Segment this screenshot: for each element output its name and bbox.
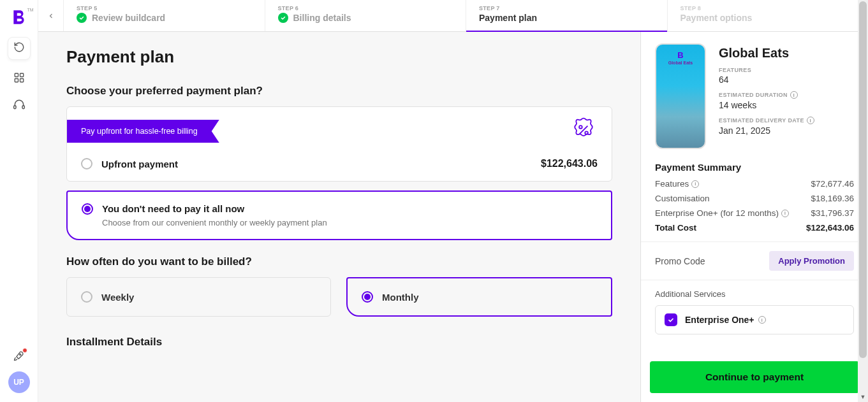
brand-logo[interactable]: TM (11, 9, 27, 25)
summary-total: Total Cost $122,643.06 (655, 223, 854, 233)
step-7[interactable]: STEP 7 Payment plan (466, 0, 668, 31)
product-name: Global Eats (719, 46, 814, 61)
duration-value: 14 weeks (719, 100, 814, 110)
step-6[interactable]: STEP 6 Billing details (265, 0, 467, 31)
svg-point-6 (19, 354, 20, 355)
undo-button[interactable] (8, 37, 31, 60)
left-rail: TM UP (0, 0, 38, 402)
check-icon (77, 13, 87, 23)
user-avatar[interactable]: UP (8, 371, 30, 393)
choose-plan-label: Choose your preferred payment plan? (66, 85, 612, 97)
summary-row: Enterprise One+ (for 12 months)i $31,796… (655, 208, 854, 218)
svg-point-8 (579, 126, 582, 129)
product-preview: B Global Eats (655, 43, 706, 149)
billing-frequency-label: How often do you want to be billed? (66, 255, 612, 268)
page-title: Payment plan (66, 47, 612, 67)
upfront-ribbon: Pay upfront for hassle-free billing (67, 120, 219, 143)
promo-code-label: Promo Code (655, 256, 705, 266)
svg-rect-2 (15, 79, 18, 82)
headset-icon[interactable] (13, 98, 26, 111)
installment-card[interactable]: You don't need to pay it all now Choose … (66, 190, 612, 240)
main-content: Payment plan Choose your preferred payme… (38, 32, 640, 402)
svg-rect-0 (15, 73, 18, 76)
radio-icon (81, 158, 92, 169)
info-icon[interactable]: i (781, 210, 789, 217)
svg-line-7 (580, 126, 588, 134)
step-5[interactable]: STEP 5 Review buildcard (64, 0, 265, 31)
payment-summary-heading: Payment Summary (655, 162, 854, 173)
radio-icon (81, 291, 92, 303)
delivery-date: Jan 21, 2025 (719, 126, 814, 136)
svg-point-9 (585, 131, 588, 134)
step-8: STEP 8 Payment options (668, 0, 869, 31)
notification-badge (22, 348, 27, 353)
installment-details-heading: Installment Details (66, 336, 612, 348)
radio-icon (362, 291, 373, 303)
undo-icon (13, 41, 25, 55)
tm-label: TM (27, 8, 33, 12)
radio-icon (82, 203, 93, 215)
info-icon[interactable]: i (807, 117, 814, 124)
rocket-icon[interactable] (13, 350, 26, 363)
apps-icon[interactable] (13, 71, 26, 84)
info-icon[interactable]: i (790, 91, 798, 99)
upfront-radio[interactable]: Upfront payment (81, 158, 178, 169)
summary-row: Customisation $18,169.36 (655, 194, 854, 203)
scrollbar-thumb[interactable] (859, 1, 867, 358)
installment-radio[interactable]: You don't need to pay it all now Choose … (82, 203, 597, 227)
svg-rect-4 (13, 106, 15, 109)
step-back-button[interactable] (38, 0, 64, 31)
check-icon (278, 13, 288, 23)
features-count: 64 (719, 75, 814, 85)
addon-enterprise-one[interactable]: Enterprise One+i (655, 305, 854, 334)
summary-panel: B Global Eats Global Eats FEATURES 64 ES… (640, 32, 868, 402)
info-icon[interactable]: i (691, 180, 699, 188)
summary-row: Featuresi $72,677.46 (655, 179, 854, 189)
scroll-down-icon[interactable]: ▼ (858, 392, 868, 402)
divider (641, 241, 868, 242)
upfront-price: $122,643.06 (541, 158, 598, 169)
additional-services-label: Additional Services (655, 289, 854, 299)
checkbox-checked-icon[interactable] (665, 313, 677, 326)
continue-to-payment-button[interactable]: Continue to payment (650, 361, 859, 393)
scrollbar[interactable]: ▲ ▼ (858, 0, 868, 402)
stepper: STEP 5 Review buildcard STEP 6 Billing d… (38, 0, 868, 32)
monthly-option[interactable]: Monthly (346, 277, 612, 317)
discount-icon (570, 116, 598, 147)
svg-rect-3 (20, 79, 23, 82)
apply-promotion-button[interactable]: Apply Promotion (769, 251, 854, 271)
divider (641, 280, 868, 280)
weekly-option[interactable]: Weekly (66, 277, 331, 317)
phone-logo-icon: B (656, 51, 705, 59)
info-icon[interactable]: i (758, 316, 766, 324)
svg-rect-1 (20, 73, 23, 76)
upfront-card[interactable]: Pay upfront for hassle-free billing Upfr… (66, 106, 612, 182)
svg-rect-5 (22, 106, 24, 109)
